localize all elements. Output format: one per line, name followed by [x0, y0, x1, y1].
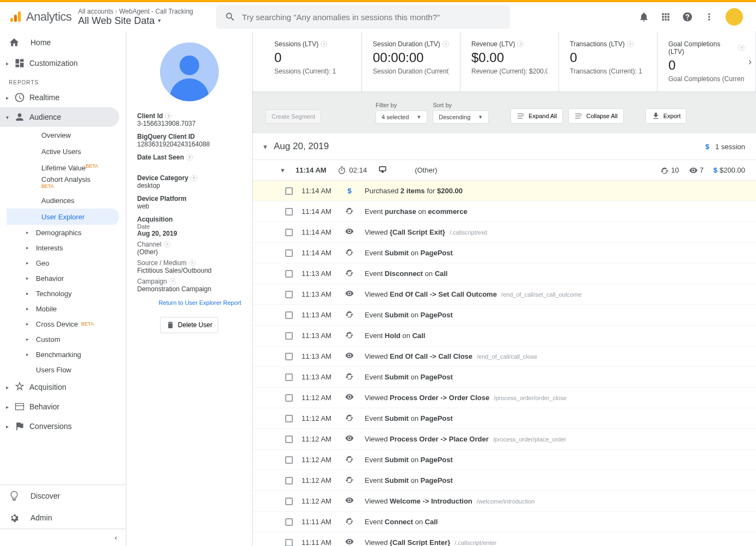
nav-customization[interactable]: ▸Customization	[0, 53, 119, 73]
event-checkbox[interactable]	[285, 311, 293, 319]
metric-card[interactable]: Session Duration (LTV) ? 00:00:00 Sessio…	[362, 32, 460, 91]
event-checkbox[interactable]	[285, 187, 293, 195]
nav-users-flow[interactable]: ▸Users Flow	[0, 362, 126, 377]
event-checkbox[interactable]	[285, 270, 293, 278]
event-checkbox[interactable]	[285, 518, 293, 526]
event-row[interactable]: 11:13 AM Event Submit on PagePost	[253, 305, 756, 326]
help-icon[interactable]: ?	[190, 175, 197, 181]
event-row[interactable]: 11:13 AM Event Submit on PagePost	[253, 367, 756, 388]
event-row[interactable]: 11:12 AM Event Submit on PagePost	[253, 450, 756, 470]
nav-technology[interactable]: ▸Technology	[0, 286, 126, 301]
help-icon[interactable]: ?	[164, 241, 170, 248]
event-checkbox[interactable]	[285, 394, 293, 402]
event-checkbox[interactable]	[285, 477, 293, 484]
nav-user-explorer[interactable]: User Explorer	[7, 208, 119, 225]
help-icon[interactable]: ?	[189, 260, 195, 266]
nav-lifetime-value[interactable]: Lifetime ValueBETA	[7, 159, 119, 176]
nav-geo[interactable]: ▸Geo	[0, 255, 126, 271]
event-checkbox[interactable]	[285, 353, 293, 360]
event-checkbox[interactable]	[285, 332, 293, 340]
event-checkbox[interactable]	[285, 249, 293, 257]
event-row[interactable]: 11:13 AM Event Disconnect on Call	[253, 263, 756, 284]
return-link[interactable]: Return to User Explorer Report	[137, 299, 241, 306]
nav-demographics[interactable]: ▸Demographics	[0, 225, 126, 240]
collapse-all-button[interactable]: Collapse All	[568, 108, 623, 124]
event-row[interactable]: 11:14 AM Event Submit on PagePost	[253, 243, 756, 263]
nav-interests[interactable]: ▸Interests	[0, 240, 126, 255]
event-checkbox[interactable]	[285, 373, 293, 381]
event-checkbox[interactable]	[285, 539, 293, 547]
event-checkbox[interactable]	[285, 208, 293, 216]
event-time: 11:13 AM	[302, 311, 334, 319]
event-checkbox[interactable]	[285, 415, 293, 422]
breadcrumb[interactable]: All accounts › WebAgent - Call Tracking …	[78, 8, 193, 27]
apps-icon[interactable]	[660, 11, 671, 22]
filter-by-dropdown[interactable]: 4 selected▼	[376, 111, 427, 124]
nav-home[interactable]: Home	[0, 32, 126, 53]
sort-by-dropdown[interactable]: Descending▼	[433, 111, 489, 124]
help-icon[interactable]: ?	[169, 278, 176, 285]
nav-audiences[interactable]: Audiences	[7, 192, 119, 208]
event-row[interactable]: 11:11 AM Viewed {Call Script Enter}/.cal…	[253, 532, 756, 546]
expand-all-button[interactable]: Expand All	[511, 108, 563, 124]
delete-user-button[interactable]: Delete User	[160, 317, 218, 333]
nav-benchmarking[interactable]: ▸Benchmarking	[0, 347, 126, 362]
metric-card[interactable]: Goal Completions (LTV) ? 0 Goal Completi…	[657, 32, 756, 91]
nav-overview[interactable]: Overview	[7, 127, 119, 143]
help-icon[interactable]: ?	[442, 41, 449, 47]
avatar[interactable]	[726, 8, 743, 26]
event-checkbox[interactable]	[285, 229, 293, 236]
time-toggle[interactable]: ▾	[281, 166, 285, 174]
session-toggle[interactable]: ▾	[263, 143, 267, 151]
nav-cross-device[interactable]: ▸Cross Device BETA	[0, 316, 126, 332]
metric-sub: Transactions (Current): 1	[570, 68, 646, 75]
metric-scroll-right[interactable]: ›	[748, 56, 752, 68]
help-icon[interactable]: ?	[321, 41, 327, 47]
nav-active-users[interactable]: Active Users	[7, 143, 119, 159]
help-icon[interactable]: ?	[517, 41, 524, 47]
event-row[interactable]: 11:12 AM Event Submit on PagePost	[253, 470, 756, 491]
create-segment-button[interactable]: Create Segment	[266, 109, 321, 124]
search-input[interactable]	[242, 13, 501, 22]
metric-card[interactable]: Revenue (LTV) ? $0.00 Revenue (Current):…	[460, 32, 559, 91]
nav-audience[interactable]: ▾Audience	[0, 107, 119, 127]
logo[interactable]: Analytics	[9, 10, 72, 24]
event-row[interactable]: 11:12 AM Viewed Welcome -> Introduction/…	[253, 491, 756, 512]
event-row[interactable]: 11:13 AM Event Hold on Call	[253, 326, 756, 346]
collapse-sidebar[interactable]: ‹	[0, 529, 126, 546]
help-icon[interactable]: ?	[738, 45, 745, 51]
help-icon[interactable]	[682, 11, 693, 22]
nav-cohort-analysis[interactable]: Cohort AnalysisBETA	[7, 176, 119, 192]
nav-realtime[interactable]: ▸Realtime	[0, 88, 119, 107]
bell-icon[interactable]	[638, 11, 649, 22]
nav-admin[interactable]: Admin	[0, 507, 126, 529]
nav-mobile[interactable]: ▸Mobile	[0, 301, 126, 316]
event-checkbox[interactable]	[285, 498, 293, 505]
nav-custom[interactable]: ▸Custom	[0, 332, 126, 347]
help-icon[interactable]: ?	[165, 113, 171, 119]
more-icon[interactable]	[704, 11, 715, 22]
help-icon[interactable]: ?	[186, 154, 193, 161]
event-row[interactable]: 11:14 AM Event purchase on ecommerce	[253, 201, 756, 222]
event-row[interactable]: 11:14 AM $ Purchased 2 items for $200.00	[253, 181, 756, 201]
metric-card[interactable]: Sessions (LTV) ? 0 Sessions (Current): 1	[263, 32, 362, 91]
nav-behavior-main[interactable]: ▸Behavior	[0, 397, 119, 416]
export-button[interactable]: Export	[646, 108, 687, 124]
nav-discover[interactable]: Discover	[0, 485, 126, 507]
event-checkbox[interactable]	[285, 435, 293, 443]
event-checkbox[interactable]	[285, 291, 293, 298]
nav-acquisition[interactable]: ▸Acquisition	[0, 377, 119, 397]
help-icon[interactable]: ?	[627, 41, 634, 47]
metric-card[interactable]: Transactions (LTV) ? 0 Transactions (Cur…	[559, 32, 657, 91]
event-row[interactable]: 11:12 AM Viewed Process Order -> Order C…	[253, 388, 756, 408]
event-row[interactable]: 11:11 AM Event Connect on Call	[253, 512, 756, 532]
event-row[interactable]: 11:14 AM Viewed {Call Script Exit}/.call…	[253, 222, 756, 243]
event-row[interactable]: 11:12 AM Event Submit on PagePost	[253, 408, 756, 429]
event-row[interactable]: 11:12 AM Viewed Process Order -> Place O…	[253, 429, 756, 450]
event-row[interactable]: 11:13 AM Viewed End Of Call -> Call Clos…	[253, 346, 756, 367]
search-box[interactable]	[216, 5, 510, 29]
event-row[interactable]: 11:13 AM Viewed End Of Call -> Set Call …	[253, 284, 756, 305]
event-checkbox[interactable]	[285, 456, 293, 464]
nav-conversions[interactable]: ▸Conversions	[0, 416, 119, 436]
nav-behavior[interactable]: ▸Behavior	[0, 271, 126, 286]
